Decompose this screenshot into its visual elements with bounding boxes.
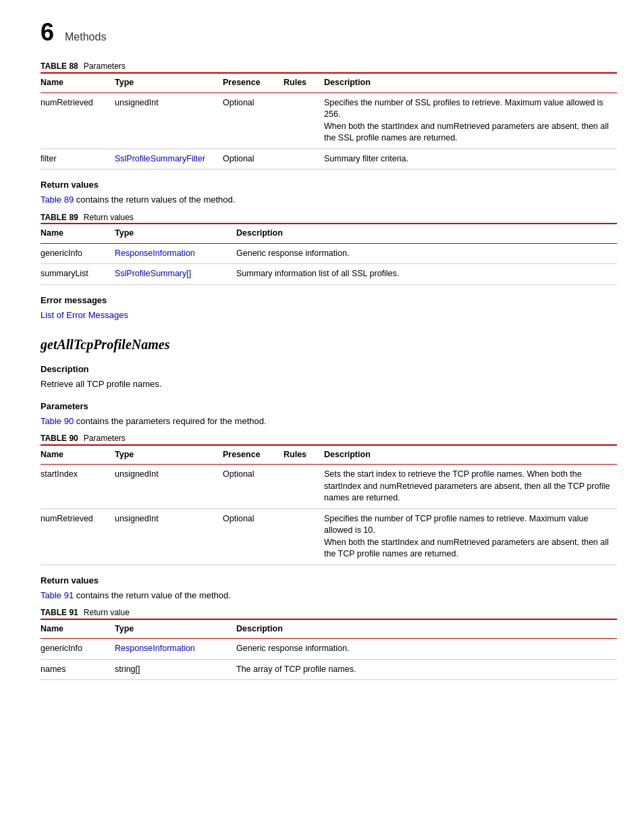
table-row: filterSslProfileSummaryFilterOptionalSum… bbox=[41, 149, 617, 170]
table90-col-presence: Presence bbox=[223, 445, 284, 465]
table90-col-name: Name bbox=[41, 445, 115, 465]
table89: Name Type Description genericInfoRespons… bbox=[41, 223, 617, 285]
error-messages-88-section: Error messages List of Error Messages bbox=[41, 294, 617, 321]
error-messages-88-heading: Error messages bbox=[41, 294, 617, 307]
table88-label: TABLE 88 Parameters bbox=[41, 61, 617, 72]
cell-description: The array of TCP profile names. bbox=[236, 659, 617, 680]
cell-rules bbox=[284, 93, 324, 149]
cell-rules bbox=[284, 465, 324, 509]
table90-link[interactable]: Table 90 bbox=[41, 416, 74, 426]
table89-container: TABLE 89 Return values Name Type Descrip… bbox=[41, 212, 617, 285]
page-header: 6 Methods bbox=[41, 20, 617, 45]
table91-col-name: Name bbox=[41, 619, 115, 639]
description-tcp-heading: Description bbox=[41, 363, 617, 375]
cell-description: Specifies the number of SSL profiles to … bbox=[324, 93, 617, 149]
table91-num: TABLE 91 bbox=[41, 607, 78, 619]
table90-title: Parameters bbox=[84, 433, 126, 444]
cell-name: genericInfo bbox=[41, 639, 115, 660]
cell-name: numRetrieved bbox=[41, 509, 115, 565]
table88-col-desc: Description bbox=[324, 73, 617, 93]
return-values-tcp-heading: Return values bbox=[41, 575, 617, 587]
return-values-tcp-intro: Table 91 contains the return value of th… bbox=[41, 590, 617, 602]
table-row: startIndexunsignedIntOptionalSets the st… bbox=[41, 465, 617, 509]
table90-num: TABLE 90 bbox=[41, 433, 78, 444]
table88-num: TABLE 88 bbox=[41, 61, 78, 72]
cell-name: startIndex bbox=[41, 465, 115, 509]
return-values-tcp-intro-rest: contains the return value of the method. bbox=[74, 590, 231, 600]
return-values-88-heading: Return values bbox=[41, 179, 617, 191]
cell-type[interactable]: ResponseInformation bbox=[115, 639, 236, 660]
cell-name: genericInfo bbox=[41, 243, 115, 264]
table89-link[interactable]: Table 89 bbox=[41, 194, 74, 205]
table91-label: TABLE 91 Return value bbox=[41, 607, 617, 619]
method-getAllTcpProfileNames-title: getAllTcpProfileNames bbox=[41, 335, 617, 354]
cell-type[interactable]: ResponseInformation bbox=[115, 243, 236, 264]
cell-name: summaryList bbox=[41, 264, 115, 285]
list-of-error-messages-link[interactable]: List of Error Messages bbox=[41, 310, 128, 320]
cell-presence: Optional bbox=[223, 465, 284, 509]
table90-col-desc: Description bbox=[324, 445, 617, 465]
table-row: namesstring[]The array of TCP profile na… bbox=[41, 659, 617, 680]
table90-col-rules: Rules bbox=[284, 445, 324, 465]
description-tcp-text: Retrieve all TCP profile names. bbox=[41, 378, 617, 390]
table91-container: TABLE 91 Return value Name Type Descript… bbox=[41, 607, 617, 680]
cell-description: Specifies the number of TCP profile name… bbox=[324, 509, 617, 565]
parameters-tcp-section: Parameters Table 90 contains the paramet… bbox=[41, 400, 617, 427]
cell-type: unsignedInt bbox=[115, 465, 223, 509]
table88-col-rules: Rules bbox=[284, 73, 324, 93]
table89-title: Return values bbox=[84, 212, 134, 224]
table91: Name Type Description genericInfoRespons… bbox=[41, 619, 617, 681]
table88-container: TABLE 88 Parameters Name Type Presence R… bbox=[41, 61, 617, 170]
table90: Name Type Presence Rules Description sta… bbox=[41, 444, 617, 565]
cell-presence: Optional bbox=[223, 93, 284, 149]
table90-label: TABLE 90 Parameters bbox=[41, 433, 617, 444]
table89-num: TABLE 89 bbox=[41, 212, 78, 224]
table91-col-desc: Description bbox=[236, 619, 617, 639]
table89-col-name: Name bbox=[41, 224, 115, 243]
table-row: genericInfoResponseInformationGeneric re… bbox=[41, 243, 617, 264]
table-row: summaryListSslProfileSummary[]Summary in… bbox=[41, 264, 617, 285]
description-tcp-section: Description Retrieve all TCP profile nam… bbox=[41, 363, 617, 390]
cell-presence: Optional bbox=[223, 149, 284, 170]
cell-presence: Optional bbox=[223, 509, 284, 565]
return-values-tcp-section: Return values Table 91 contains the retu… bbox=[41, 575, 617, 602]
cell-type: unsignedInt bbox=[115, 509, 223, 565]
table89-col-type: Type bbox=[115, 224, 236, 243]
cell-rules bbox=[284, 149, 324, 170]
chapter-title: Methods bbox=[65, 30, 106, 45]
cell-description: Sets the start index to retrieve the TCP… bbox=[324, 465, 617, 509]
parameters-tcp-intro-rest: contains the parameters required for the… bbox=[74, 416, 266, 426]
table88-col-presence: Presence bbox=[223, 73, 284, 93]
table89-label: TABLE 89 Return values bbox=[41, 212, 617, 224]
cell-type: string[] bbox=[115, 659, 236, 680]
table91-col-type: Type bbox=[115, 619, 236, 639]
return-values-88-section: Return values Table 89 contains the retu… bbox=[41, 179, 617, 206]
table88-col-name: Name bbox=[41, 73, 115, 93]
chapter-number: 6 bbox=[41, 20, 54, 45]
table90-col-type: Type bbox=[115, 445, 223, 465]
cell-description: Generic response information. bbox=[236, 639, 617, 660]
table88-title: Parameters bbox=[84, 61, 126, 72]
cell-type[interactable]: SslProfileSummaryFilter bbox=[115, 149, 223, 170]
return-values-88-intro-rest: contains the return values of the method… bbox=[74, 194, 235, 205]
cell-name: filter bbox=[41, 149, 115, 170]
return-values-88-intro: Table 89 contains the return values of t… bbox=[41, 194, 617, 206]
cell-name: numRetrieved bbox=[41, 93, 115, 149]
table88-col-type: Type bbox=[115, 73, 223, 93]
cell-description: Summary information list of all SSL prof… bbox=[236, 264, 617, 285]
cell-type: unsignedInt bbox=[115, 93, 223, 149]
parameters-tcp-heading: Parameters bbox=[41, 400, 617, 413]
cell-type[interactable]: SslProfileSummary[] bbox=[115, 264, 236, 285]
cell-name: names bbox=[41, 659, 115, 680]
parameters-tcp-intro: Table 90 contains the parameters require… bbox=[41, 415, 617, 427]
table-row: numRetrievedunsignedIntOptionalSpecifies… bbox=[41, 509, 617, 565]
table89-col-desc: Description bbox=[236, 224, 617, 243]
table91-title: Return value bbox=[84, 607, 130, 619]
cell-rules bbox=[284, 509, 324, 565]
table90-container: TABLE 90 Parameters Name Type Presence R… bbox=[41, 433, 617, 565]
table-row: genericInfoResponseInformationGeneric re… bbox=[41, 639, 617, 660]
table91-link[interactable]: Table 91 bbox=[41, 590, 74, 600]
cell-description: Summary filter criteria. bbox=[324, 149, 617, 170]
cell-description: Generic response information. bbox=[236, 243, 617, 264]
table88: Name Type Presence Rules Description num… bbox=[41, 72, 617, 170]
